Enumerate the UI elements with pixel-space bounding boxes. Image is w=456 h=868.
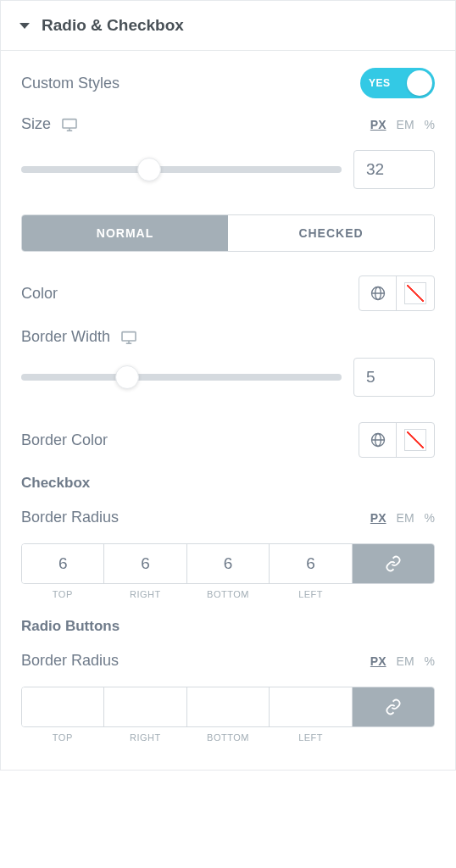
unit-px[interactable]: PX (370, 118, 386, 131)
radio-radius-bottom-input[interactable] (187, 687, 269, 726)
size-units: PX EM % (370, 118, 435, 131)
color-global-button[interactable] (359, 276, 397, 310)
link-icon (385, 555, 402, 572)
unit-px[interactable]: PX (370, 654, 386, 668)
radio-section-title: Radio Buttons (21, 618, 435, 635)
globe-icon (370, 431, 386, 448)
checkbox-radius-left-input[interactable] (270, 544, 351, 583)
panel-header[interactable]: Radio & Checkbox (1, 1, 455, 51)
unit-pct[interactable]: % (425, 511, 435, 525)
unit-pct[interactable]: % (425, 118, 435, 131)
checkbox-radius-row: Border Radius PX EM % (21, 509, 435, 526)
svg-rect-0 (63, 119, 76, 127)
radio-radius-grid (21, 687, 435, 727)
svg-rect-6 (122, 331, 136, 340)
border-color-global-button[interactable] (359, 423, 397, 457)
desktop-icon[interactable] (61, 118, 78, 131)
panel-title: Radio & Checkbox (42, 16, 184, 35)
color-swatch-button[interactable] (397, 276, 434, 310)
custom-styles-label: Custom Styles (21, 75, 120, 92)
radio-radius-units: PX EM % (370, 654, 435, 668)
checkbox-radius-bottom-input[interactable] (187, 544, 269, 583)
caret-down-icon (19, 23, 30, 29)
color-label: Color (21, 285, 58, 303)
color-controls (359, 275, 435, 311)
border-width-input[interactable] (353, 358, 435, 397)
unit-px[interactable]: PX (370, 511, 386, 525)
border-width-row: Border Width (21, 328, 435, 346)
color-row: Color (21, 275, 435, 311)
checkbox-radius-right-input[interactable] (104, 544, 186, 583)
panel-content: Custom Styles YES Size PX EM % (1, 51, 455, 770)
checkbox-radius-grid (21, 543, 435, 584)
radio-radius-labels: TOP RIGHT BOTTOM LEFT (21, 732, 435, 743)
radio-radius-top-input[interactable] (22, 687, 103, 726)
checkbox-radius-link-button[interactable] (353, 544, 434, 583)
size-slider[interactable] (21, 166, 342, 173)
border-width-label: Border Width (21, 328, 137, 346)
tab-normal[interactable]: NORMAL (22, 215, 228, 251)
border-color-swatch-button[interactable] (397, 423, 434, 457)
custom-styles-toggle[interactable]: YES (360, 68, 435, 98)
panel-radio-checkbox: Radio & Checkbox Custom Styles YES Size … (0, 0, 456, 771)
state-tabs: NORMAL CHECKED (21, 214, 435, 252)
checkbox-radius-labels: TOP RIGHT BOTTOM LEFT (21, 589, 435, 599)
border-width-slider-row (21, 358, 435, 397)
border-width-slider[interactable] (21, 374, 342, 381)
checkbox-radius-top-input[interactable] (22, 544, 103, 583)
border-color-row: Border Color (21, 422, 435, 458)
size-input[interactable] (353, 150, 435, 189)
desktop-icon[interactable] (120, 331, 137, 344)
border-color-label: Border Color (21, 431, 108, 449)
checkbox-radius-units: PX EM % (370, 511, 435, 525)
color-swatch-none-icon (404, 282, 426, 304)
size-row: Size PX EM % (21, 115, 435, 133)
color-swatch-none-icon (404, 429, 426, 451)
tab-checked[interactable]: CHECKED (228, 215, 434, 251)
radio-radius-right-input[interactable] (104, 687, 186, 726)
checkbox-section-title: Checkbox (21, 475, 435, 492)
toggle-yes-label: YES (369, 77, 391, 89)
unit-em[interactable]: EM (397, 511, 414, 525)
size-slider-row (21, 150, 435, 189)
unit-em[interactable]: EM (397, 118, 414, 131)
globe-icon (370, 285, 386, 302)
radio-radius-left-input[interactable] (270, 687, 351, 726)
border-color-controls (359, 422, 435, 458)
radio-radius-link-button[interactable] (353, 687, 434, 726)
unit-pct[interactable]: % (425, 654, 435, 668)
custom-styles-row: Custom Styles YES (21, 68, 435, 98)
radio-radius-label: Border Radius (21, 652, 119, 670)
toggle-knob (407, 70, 432, 96)
border-width-slider-thumb[interactable] (115, 365, 139, 389)
radio-radius-row: Border Radius PX EM % (21, 652, 435, 670)
checkbox-radius-label: Border Radius (21, 509, 119, 526)
link-icon (385, 698, 402, 715)
size-label: Size (21, 115, 78, 133)
size-slider-thumb[interactable] (137, 158, 161, 181)
unit-em[interactable]: EM (397, 654, 414, 668)
